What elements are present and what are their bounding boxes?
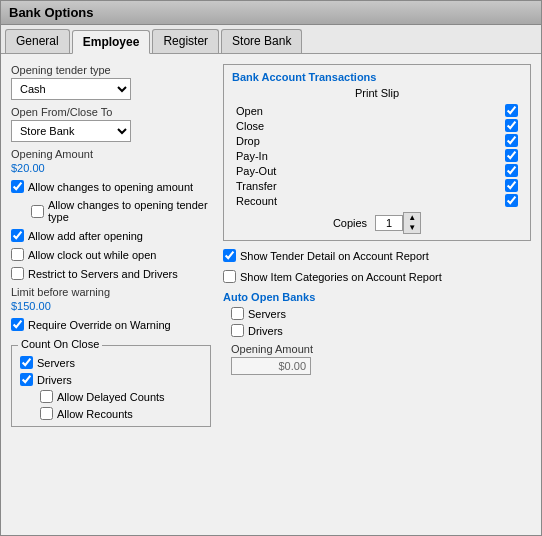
copies-value-input[interactable] (375, 215, 403, 231)
restrict-servers-drivers-label: Restrict to Servers and Drivers (28, 268, 178, 280)
transaction-row: Transfer (232, 178, 522, 193)
allow-recounts-label: Allow Recounts (57, 408, 133, 420)
allow-add-after-opening-row: Allow add after opening (11, 229, 211, 242)
transaction-checkbox-recount[interactable] (505, 194, 518, 207)
tab-register[interactable]: Register (152, 29, 219, 53)
auto-drivers-checkbox[interactable] (231, 324, 244, 337)
left-column: Opening tender type Cash Open From/Close… (11, 64, 211, 525)
show-tender-detail-checkbox[interactable] (223, 249, 236, 262)
window-title: Bank Options (9, 5, 94, 20)
bank-account-transactions-box: Bank Account Transactions Print Slip Ope… (223, 64, 531, 241)
title-bar: Bank Options (1, 1, 541, 25)
count-on-close-group: Count On Close Servers Drivers Allow Del… (11, 345, 211, 427)
opening-amount-value: $20.00 (11, 162, 211, 174)
auto-drivers-row: Drivers (231, 324, 531, 337)
transaction-row: Pay-In (232, 148, 522, 163)
auto-open-banks-label: Auto Open Banks (223, 291, 531, 303)
require-override-row: Require Override on Warning (11, 318, 211, 331)
transactions-list: Open Close Drop Pay-In Pay-Out Transfer … (232, 103, 522, 208)
right-column: Bank Account Transactions Print Slip Ope… (223, 64, 531, 525)
opening-amount-label: Opening Amount (11, 148, 211, 160)
count-servers-checkbox[interactable] (20, 356, 33, 369)
bank-account-transactions-title: Bank Account Transactions (232, 71, 522, 83)
transaction-checkbox-open[interactable] (505, 104, 518, 117)
allow-clock-out-label: Allow clock out while open (28, 249, 156, 261)
opening-tender-type-label: Opening tender type (11, 64, 211, 76)
copies-label: Copies (333, 217, 367, 229)
restrict-servers-drivers-checkbox[interactable] (11, 267, 24, 280)
copies-up-button[interactable]: ▲ (404, 213, 420, 223)
transaction-checkbox-pay-in[interactable] (505, 149, 518, 162)
allow-changes-opening-checkbox[interactable] (11, 180, 24, 193)
transaction-row: Open (232, 103, 522, 118)
auto-opening-amount-section: Opening Amount (231, 343, 531, 375)
limit-before-warning-label: Limit before warning (11, 286, 211, 298)
tab-general[interactable]: General (5, 29, 70, 53)
transaction-row: Recount (232, 193, 522, 208)
transaction-label: Drop (236, 135, 296, 147)
allow-changes-tender-checkbox[interactable] (31, 205, 44, 218)
open-from-close-to-label: Open From/Close To (11, 106, 211, 118)
transaction-row: Pay-Out (232, 163, 522, 178)
tab-bar: General Employee Register Store Bank (1, 25, 541, 54)
allow-changes-opening-label: Allow changes to opening amount (28, 181, 193, 193)
count-servers-row: Servers (20, 356, 202, 369)
transaction-checkbox-close[interactable] (505, 119, 518, 132)
transaction-row: Drop (232, 133, 522, 148)
allow-changes-opening-row: Allow changes to opening amount (11, 180, 211, 193)
transaction-checkbox-transfer[interactable] (505, 179, 518, 192)
copies-down-button[interactable]: ▼ (404, 223, 420, 233)
print-slip-label: Print Slip (232, 87, 522, 99)
show-tender-detail-label: Show Tender Detail on Account Report (240, 250, 429, 262)
auto-opening-amount-label: Opening Amount (231, 343, 531, 355)
tab-employee[interactable]: Employee (72, 30, 151, 54)
allow-recounts-checkbox[interactable] (40, 407, 53, 420)
allow-delayed-counts-row: Allow Delayed Counts (40, 390, 202, 403)
auto-drivers-label: Drivers (248, 325, 283, 337)
auto-servers-checkbox[interactable] (231, 307, 244, 320)
transaction-label: Pay-In (236, 150, 296, 162)
allow-clock-out-row: Allow clock out while open (11, 248, 211, 261)
allow-delayed-counts-checkbox[interactable] (40, 390, 53, 403)
show-tender-detail-row: Show Tender Detail on Account Report (223, 249, 531, 262)
copies-spinner: ▲ ▼ (375, 212, 421, 234)
auto-servers-label: Servers (248, 308, 286, 320)
transaction-label: Recount (236, 195, 296, 207)
transaction-label: Pay-Out (236, 165, 296, 177)
auto-opening-amount-input[interactable] (231, 357, 311, 375)
copies-spinner-buttons: ▲ ▼ (403, 212, 421, 234)
allow-recounts-row: Allow Recounts (40, 407, 202, 420)
bank-options-window: Bank Options General Employee Register S… (0, 0, 542, 536)
copies-row: Copies ▲ ▼ (232, 212, 522, 234)
allow-add-after-opening-label: Allow add after opening (28, 230, 143, 242)
opening-amount-section: Opening Amount $20.00 (11, 148, 211, 174)
auto-open-banks-section: Auto Open Banks Servers Drivers Opening … (223, 291, 531, 375)
tab-store-bank[interactable]: Store Bank (221, 29, 302, 53)
allow-delayed-counts-label: Allow Delayed Counts (57, 391, 165, 403)
auto-servers-row: Servers (231, 307, 531, 320)
transaction-checkbox-pay-out[interactable] (505, 164, 518, 177)
open-from-close-to-section: Open From/Close To Store Bank (11, 106, 211, 142)
opening-tender-type-select[interactable]: Cash (11, 78, 131, 100)
transaction-label: Open (236, 105, 296, 117)
count-drivers-checkbox[interactable] (20, 373, 33, 386)
count-servers-label: Servers (37, 357, 75, 369)
restrict-servers-drivers-row: Restrict to Servers and Drivers (11, 267, 211, 280)
transaction-row: Close (232, 118, 522, 133)
show-item-categories-row: Show Item Categories on Account Report (223, 270, 531, 283)
allow-clock-out-checkbox[interactable] (11, 248, 24, 261)
transaction-label: Close (236, 120, 296, 132)
require-override-label: Require Override on Warning (28, 319, 171, 331)
allow-add-after-opening-checkbox[interactable] (11, 229, 24, 242)
count-drivers-label: Drivers (37, 374, 72, 386)
show-item-categories-label: Show Item Categories on Account Report (240, 271, 442, 283)
transaction-checkbox-drop[interactable] (505, 134, 518, 147)
count-drivers-row: Drivers (20, 373, 202, 386)
count-on-close-title: Count On Close (18, 338, 102, 350)
open-from-close-to-select[interactable]: Store Bank (11, 120, 131, 142)
require-override-checkbox[interactable] (11, 318, 24, 331)
allow-changes-tender-label: Allow changes to opening tender type (48, 199, 211, 223)
tab-content: Opening tender type Cash Open From/Close… (1, 54, 541, 535)
show-item-categories-checkbox[interactable] (223, 270, 236, 283)
limit-before-warning-value: $150.00 (11, 300, 211, 312)
